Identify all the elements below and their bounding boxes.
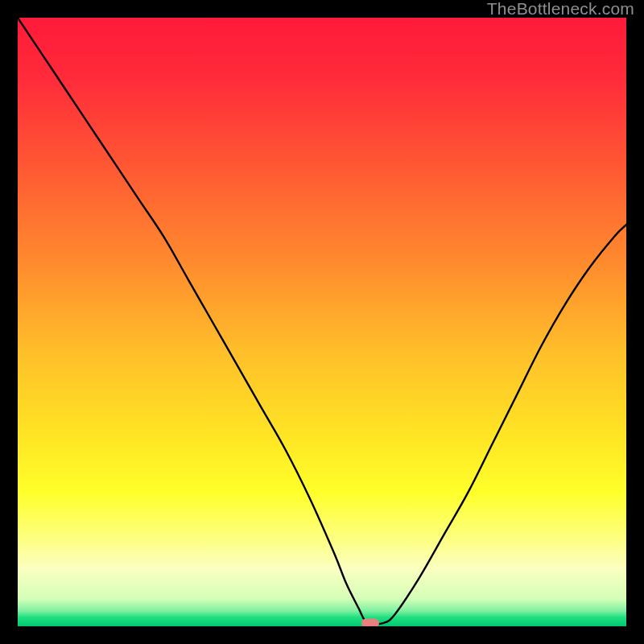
plot-area — [18, 18, 626, 626]
optimal-marker — [361, 619, 379, 626]
watermark-text: TheBottleneck.com — [487, 0, 634, 19]
bottleneck-curve — [18, 18, 626, 626]
chart-frame: TheBottleneck.com — [0, 0, 644, 644]
